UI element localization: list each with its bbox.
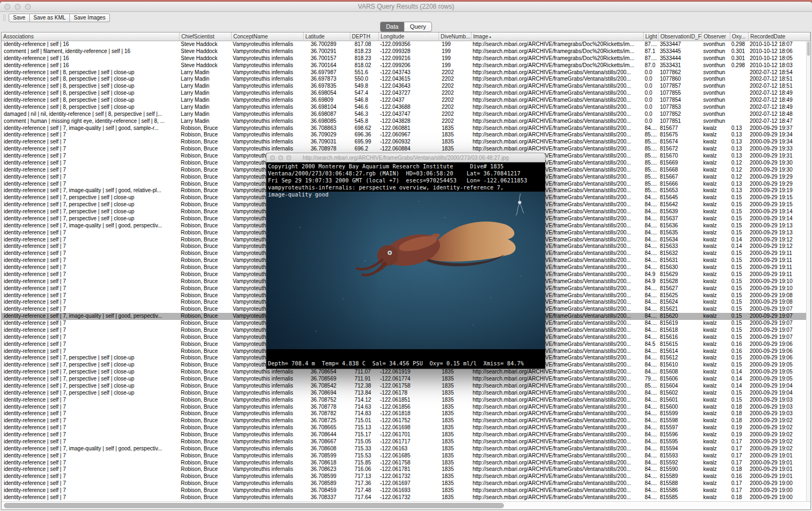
table-row[interactable]: identity-reference | self | 7, perspecti… <box>2 369 806 376</box>
zoom-window-icon[interactable] <box>286 155 291 160</box>
column-header-assoc[interactable]: Associations <box>2 32 180 41</box>
cell-recdate: 2000-09-29 19:07 <box>749 320 806 327</box>
table-row[interactable]: identity-reference | self | 8, perspecti… <box>2 104 806 111</box>
table-row[interactable]: identity-reference | self | 7Robison, Br… <box>2 417 806 424</box>
column-header-observer[interactable]: Observer <box>702 32 730 41</box>
table-row[interactable]: identity-reference | self | 7, perspecti… <box>2 376 806 383</box>
cell-chief: Robison, Bruce <box>180 153 232 160</box>
column-header-concept[interactable]: ConceptName <box>232 32 304 41</box>
cell-image: http://search.mbari.org/ARCHIVE/frameGra… <box>472 97 644 104</box>
cell-observer: kwalz <box>702 348 730 355</box>
table-row[interactable]: identity-reference | self | 7Robison, Br… <box>2 410 806 417</box>
table-row[interactable]: identity-reference | self | 8, perspecti… <box>2 83 806 90</box>
window-titlebar[interactable]: VARS Query Results (2208 rows) <box>0 2 812 12</box>
table-row[interactable]: identity-reference | self | 7Robison, Br… <box>2 487 806 494</box>
cell-lon: -122.060967 <box>379 132 439 139</box>
column-header-image[interactable]: Image▴ <box>472 32 644 41</box>
cell-obsid: 815642 <box>659 201 702 208</box>
table-row[interactable]: identity-reference | self | 7Robison, Br… <box>2 397 806 404</box>
table-row[interactable]: identity-reference | self | 7Robison, Br… <box>2 424 806 431</box>
vertical-scrollbar[interactable] <box>806 41 810 501</box>
table-row[interactable]: comment | human | missing right eye, ide… <box>2 118 806 125</box>
table-row[interactable]: identity-reference | self | 7Robison, Br… <box>2 431 806 438</box>
minimize-window-icon[interactable] <box>15 4 21 10</box>
table-row[interactable]: identity-reference | self | 7Robison, Br… <box>2 453 806 460</box>
table-row[interactable]: identity-reference | self | 7, perspecti… <box>2 390 806 397</box>
cell-dive: 2202 <box>439 111 472 118</box>
table-row[interactable]: identity-reference | self | 7Robison, Br… <box>2 146 806 153</box>
cell-observer: svonthun <box>702 48 730 55</box>
table-row[interactable]: comment | self | filament, identity-refe… <box>2 48 806 55</box>
table-row[interactable]: identity-reference | self | 16Steve Hadd… <box>2 41 806 48</box>
cell-depth: 696.36 <box>350 132 379 139</box>
cell-assoc: identity-reference | self | 7 <box>2 285 180 292</box>
save-images-button[interactable]: Save Images <box>70 14 109 22</box>
close-window-icon[interactable] <box>270 155 275 160</box>
table-row[interactable]: damaged | nil | nil, identity-reference … <box>2 111 806 118</box>
table-row[interactable]: identity-reference | self | 8, perspecti… <box>2 69 806 76</box>
cell-lat: 36.708589 <box>304 480 350 487</box>
table-row[interactable]: identity-reference | self | 7Robison, Br… <box>2 139 806 146</box>
table-row[interactable]: identity-reference | self | 7, image-qua… <box>2 125 806 132</box>
cell-lon: -122.099216 <box>379 55 439 62</box>
column-header-obsid[interactable]: ObservationID_FK <box>659 32 702 41</box>
column-header-lon[interactable]: Longitude <box>379 32 439 41</box>
table-row[interactable]: identity-reference | self | 7, perspecti… <box>2 383 806 390</box>
cell-observer: svonthun <box>702 90 730 97</box>
table-row[interactable]: identity-reference | self | 7Robison, Br… <box>2 494 806 501</box>
zoom-window-icon[interactable] <box>25 4 31 10</box>
cell-observer: svonthun <box>702 104 730 111</box>
table-row[interactable]: identity-reference | self | 8, perspecti… <box>2 76 806 83</box>
cell-dive: 199 <box>439 62 472 69</box>
column-header-depth[interactable]: DEPTH <box>350 32 379 41</box>
cell-chief: Steve Haddock <box>180 41 232 48</box>
column-header-chief[interactable]: ChiefScientist <box>180 32 232 41</box>
table-row[interactable]: identity-reference | self | 16Steve Hadd… <box>2 62 806 69</box>
cell-light: 84.... <box>644 404 659 411</box>
table-row[interactable]: identity-reference | self | 16Steve Hadd… <box>2 55 806 62</box>
cell-light: 84.... <box>644 292 659 299</box>
column-header-lat[interactable]: Latitude <box>304 32 350 41</box>
table-row[interactable]: identity-reference | self | 7Robison, Br… <box>2 466 806 473</box>
cell-lon: -122.06163 <box>379 446 439 453</box>
column-header-light[interactable]: Light <box>644 32 659 41</box>
table-row[interactable]: identity-reference | self | 7Robison, Br… <box>2 480 806 487</box>
save-as-kml-button[interactable]: Save as KML <box>30 14 70 22</box>
table-row[interactable]: identity-reference | self | 7Robison, Br… <box>2 132 806 139</box>
cell-recdate: 2000-09-29 19:02 <box>749 438 806 446</box>
table-row[interactable]: identity-reference | self | 7Robison, Br… <box>2 460 806 467</box>
cell-assoc: identity-reference | self | 7 <box>2 487 180 494</box>
framegrab-window-titlebar[interactable]: http://search.mbari.org/ARCHIVE/frameGra… <box>266 153 545 162</box>
cell-light: 0.0 <box>644 83 659 90</box>
column-header-oxy[interactable]: Oxy... <box>730 32 749 41</box>
cell-assoc: identity-reference | self | 16 <box>2 62 180 69</box>
table-row[interactable]: identity-reference | self | 8, perspecti… <box>2 90 806 97</box>
table-row[interactable]: identity-reference | self | 7Robison, Br… <box>2 404 806 411</box>
tab-data[interactable]: Data <box>380 22 404 32</box>
column-header-recdate[interactable]: RecordedDate <box>749 32 810 41</box>
cell-chief: Robison, Bruce <box>180 271 232 278</box>
horizontal-scrollbar[interactable] <box>2 501 810 509</box>
table-row[interactable]: identity-reference | self | 7Robison, Br… <box>2 438 806 446</box>
cell-dive: 1835 <box>439 132 472 139</box>
cell-recdate: 2002-07-12 18:47 <box>749 118 806 125</box>
cell-concept: Vampyroteuthis infernalis <box>232 118 304 125</box>
close-window-icon[interactable] <box>4 4 10 10</box>
table-row[interactable]: identity-reference | self | 8, perspecti… <box>2 97 806 104</box>
framegrab-image-window[interactable]: http://search.mbari.org/ARCHIVE/frameGra… <box>266 153 545 369</box>
cell-observer: svonthun <box>702 111 730 118</box>
horizontal-scrollbar-thumb[interactable] <box>4 503 504 508</box>
minimize-window-icon[interactable] <box>278 155 283 160</box>
cell-oxy: 0.301 <box>730 48 749 55</box>
cell-lat: 36.698087 <box>304 111 350 118</box>
save-button[interactable]: Save <box>9 14 30 22</box>
vertical-scrollbar-thumb[interactable] <box>807 42 810 56</box>
cell-observer: kwalz <box>702 174 730 181</box>
cell-oxy: 0.13 <box>730 132 749 139</box>
table-row[interactable]: identity-reference | self | 7, image-qua… <box>2 446 806 453</box>
table-row[interactable]: identity-reference | self | 7Robison, Br… <box>2 473 806 480</box>
column-header-dive[interactable]: DiveNumb... <box>439 32 472 41</box>
cell-light: 84.... <box>644 473 659 480</box>
cell-oxy: 0.15 <box>730 278 749 285</box>
tab-query[interactable]: Query <box>404 22 432 32</box>
